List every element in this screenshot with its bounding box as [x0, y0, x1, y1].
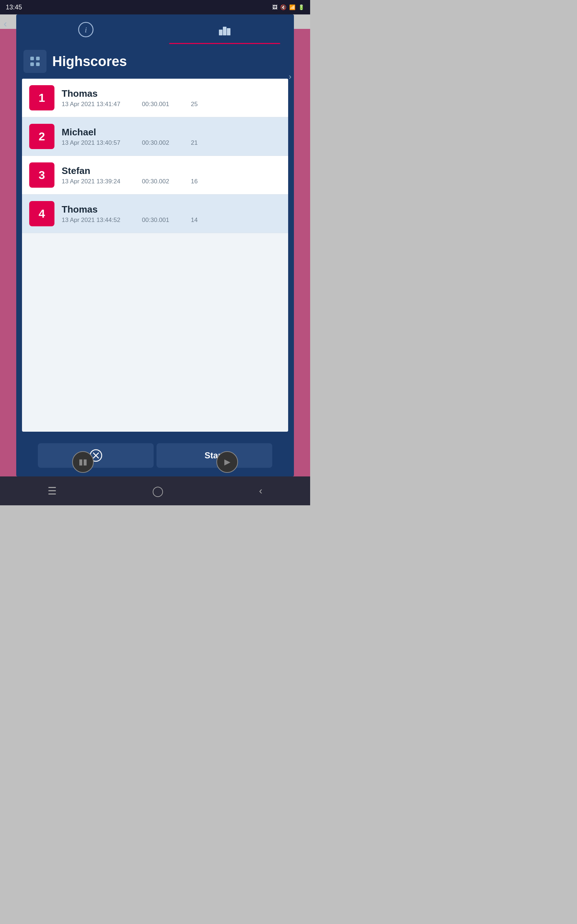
table-row: 3 Stefan 13 Apr 2021 13:39:24 00:30.002 …	[22, 156, 288, 195]
table-row: 2 Michael 13 Apr 2021 13:40:57 00:30.002…	[22, 117, 288, 156]
score-date: 13 Apr 2021 13:39:24	[62, 178, 121, 185]
score-points: 14	[191, 216, 198, 224]
info-icon: i	[78, 22, 94, 40]
rank-badge: 3	[29, 162, 55, 188]
score-details: 13 Apr 2021 13:40:57 00:30.002 21	[62, 139, 281, 147]
modal-footer: Start	[16, 438, 294, 477]
player-name: Michael	[62, 127, 281, 138]
nav-pause-icon[interactable]: ▮▮	[72, 451, 94, 473]
score-date: 13 Apr 2021 13:41:47	[62, 101, 121, 108]
battery-icon: 🔋	[298, 4, 305, 10]
player-name: Thomas	[62, 204, 281, 215]
page-title: Highscores	[52, 54, 127, 69]
score-info: Stefan 13 Apr 2021 13:39:24 00:30.002 16	[62, 165, 281, 185]
bg-right-panel	[292, 29, 310, 477]
tab-bar: i	[16, 15, 294, 44]
score-info: Thomas 13 Apr 2021 13:44:52 00:30.001 14	[62, 204, 281, 224]
svg-rect-5	[30, 57, 34, 60]
grid-icon-box	[23, 50, 47, 73]
score-points: 25	[191, 101, 198, 108]
start-button[interactable]: Start	[156, 443, 272, 468]
tab-active-indicator	[169, 43, 280, 44]
score-date: 13 Apr 2021 13:40:57	[62, 139, 121, 147]
score-info: Thomas 13 Apr 2021 13:41:47 00:30.001 25	[62, 88, 281, 108]
score-points: 21	[191, 139, 198, 147]
rank-badge: 1	[29, 85, 55, 110]
modal-header: Highscores	[16, 44, 294, 79]
scores-list: 1 Thomas 13 Apr 2021 13:41:47 00:30.001 …	[22, 79, 288, 233]
svg-rect-8	[36, 63, 40, 66]
tab-info[interactable]: i	[16, 22, 155, 44]
bg-left-panel	[0, 29, 18, 477]
rank-number: 2	[39, 130, 45, 143]
table-row: 4 Thomas 13 Apr 2021 13:44:52 00:30.001 …	[22, 195, 288, 233]
rank-number: 4	[39, 207, 45, 221]
rank-badge: 2	[29, 124, 55, 149]
score-details: 13 Apr 2021 13:39:24 00:30.002 16	[62, 178, 281, 185]
nav-menu-button[interactable]: ☰	[37, 481, 68, 501]
score-time: 00:30.002	[142, 178, 169, 185]
score-date: 13 Apr 2021 13:44:52	[62, 216, 121, 224]
status-icons: 🖼 🔇 📶 🔋	[272, 4, 305, 10]
bottom-nav-bar: ☰ ◯ ‹	[0, 477, 310, 505]
score-details: 13 Apr 2021 13:44:52 00:30.001 14	[62, 216, 281, 224]
svg-rect-3	[223, 27, 226, 36]
score-time: 00:30.001	[142, 101, 169, 108]
mute-icon: 🔇	[280, 4, 286, 10]
svg-rect-2	[219, 30, 222, 36]
rank-number: 1	[39, 91, 45, 105]
scores-container: 1 Thomas 13 Apr 2021 13:41:47 00:30.001 …	[22, 79, 288, 432]
svg-rect-6	[36, 57, 40, 60]
nav-home-button[interactable]: ◯	[141, 481, 174, 501]
status-bar: 13:45 🖼 🔇 📶 🔋	[0, 0, 310, 15]
svg-rect-7	[30, 63, 34, 66]
nav-play-icon[interactable]: ▶	[216, 451, 238, 473]
forward-button[interactable]: ›	[289, 72, 292, 82]
player-name: Thomas	[62, 88, 281, 99]
tab-highscores[interactable]	[155, 22, 294, 44]
score-points: 16	[191, 178, 198, 185]
nav-back-button[interactable]: ‹	[248, 481, 273, 500]
player-name: Stefan	[62, 165, 281, 176]
score-details: 13 Apr 2021 13:41:47 00:30.001 25	[62, 101, 281, 108]
close-button[interactable]	[38, 443, 154, 468]
score-info: Michael 13 Apr 2021 13:40:57 00:30.002 2…	[62, 127, 281, 147]
wifi-icon: 📶	[289, 4, 295, 10]
rank-number: 3	[39, 168, 45, 182]
svg-rect-4	[227, 28, 230, 36]
highscores-icon	[217, 22, 233, 40]
back-button[interactable]: ‹	[3, 18, 7, 30]
score-time: 00:30.002	[142, 139, 169, 147]
svg-text:i: i	[84, 25, 87, 34]
score-time: 00:30.001	[142, 216, 169, 224]
status-time: 13:45	[6, 3, 22, 11]
image-icon: 🖼	[272, 4, 277, 10]
table-row: 1 Thomas 13 Apr 2021 13:41:47 00:30.001 …	[22, 79, 288, 117]
modal: i Highscores	[16, 15, 294, 477]
rank-badge: 4	[29, 201, 55, 226]
